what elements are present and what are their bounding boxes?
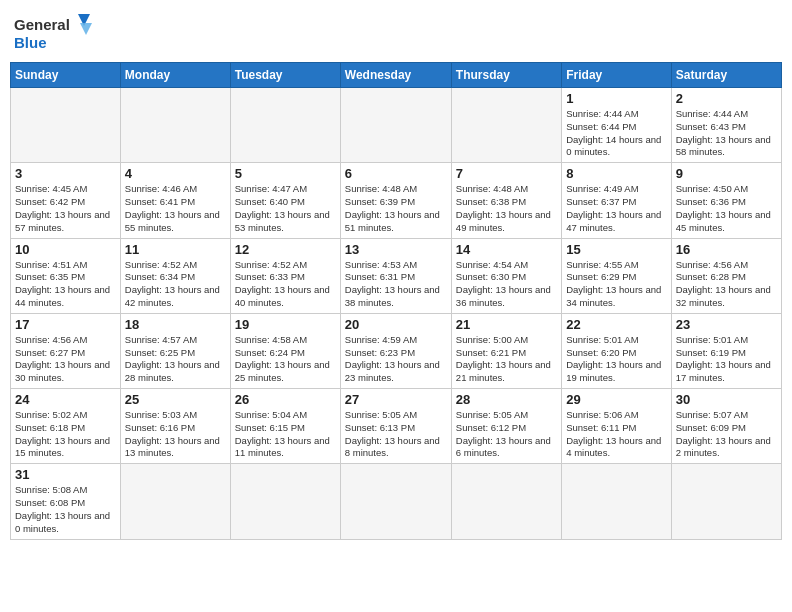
calendar-cell: 11Sunrise: 4:52 AM Sunset: 6:34 PM Dayli… — [120, 238, 230, 313]
day-number: 23 — [676, 317, 777, 332]
calendar-cell: 8Sunrise: 4:49 AM Sunset: 6:37 PM Daylig… — [562, 163, 671, 238]
day-info: Sunrise: 5:01 AM Sunset: 6:19 PM Dayligh… — [676, 334, 777, 385]
calendar-cell: 1Sunrise: 4:44 AM Sunset: 6:44 PM Daylig… — [562, 88, 671, 163]
day-info: Sunrise: 4:54 AM Sunset: 6:30 PM Dayligh… — [456, 259, 557, 310]
calendar-cell: 19Sunrise: 4:58 AM Sunset: 6:24 PM Dayli… — [230, 313, 340, 388]
day-info: Sunrise: 4:44 AM Sunset: 6:44 PM Dayligh… — [566, 108, 666, 159]
calendar-header-saturday: Saturday — [671, 63, 781, 88]
day-number: 7 — [456, 166, 557, 181]
calendar-cell: 24Sunrise: 5:02 AM Sunset: 6:18 PM Dayli… — [11, 389, 121, 464]
day-info: Sunrise: 4:49 AM Sunset: 6:37 PM Dayligh… — [566, 183, 666, 234]
calendar-cell: 7Sunrise: 4:48 AM Sunset: 6:38 PM Daylig… — [451, 163, 561, 238]
day-info: Sunrise: 5:06 AM Sunset: 6:11 PM Dayligh… — [566, 409, 666, 460]
calendar-header-wednesday: Wednesday — [340, 63, 451, 88]
calendar-cell — [340, 88, 451, 163]
page-header: General Blue — [10, 10, 782, 54]
calendar-cell — [11, 88, 121, 163]
day-info: Sunrise: 4:48 AM Sunset: 6:38 PM Dayligh… — [456, 183, 557, 234]
calendar-cell: 27Sunrise: 5:05 AM Sunset: 6:13 PM Dayli… — [340, 389, 451, 464]
day-number: 30 — [676, 392, 777, 407]
day-info: Sunrise: 5:08 AM Sunset: 6:08 PM Dayligh… — [15, 484, 116, 535]
calendar-cell: 26Sunrise: 5:04 AM Sunset: 6:15 PM Dayli… — [230, 389, 340, 464]
day-info: Sunrise: 4:58 AM Sunset: 6:24 PM Dayligh… — [235, 334, 336, 385]
calendar-cell — [451, 88, 561, 163]
day-info: Sunrise: 5:00 AM Sunset: 6:21 PM Dayligh… — [456, 334, 557, 385]
calendar-cell — [451, 464, 561, 539]
calendar-header-monday: Monday — [120, 63, 230, 88]
day-number: 31 — [15, 467, 116, 482]
day-info: Sunrise: 4:52 AM Sunset: 6:34 PM Dayligh… — [125, 259, 226, 310]
calendar-cell: 3Sunrise: 4:45 AM Sunset: 6:42 PM Daylig… — [11, 163, 121, 238]
day-number: 3 — [15, 166, 116, 181]
calendar-week-4: 17Sunrise: 4:56 AM Sunset: 6:27 PM Dayli… — [11, 313, 782, 388]
day-number: 18 — [125, 317, 226, 332]
calendar-cell: 17Sunrise: 4:56 AM Sunset: 6:27 PM Dayli… — [11, 313, 121, 388]
calendar-cell: 15Sunrise: 4:55 AM Sunset: 6:29 PM Dayli… — [562, 238, 671, 313]
day-info: Sunrise: 4:59 AM Sunset: 6:23 PM Dayligh… — [345, 334, 447, 385]
day-info: Sunrise: 4:45 AM Sunset: 6:42 PM Dayligh… — [15, 183, 116, 234]
calendar-cell — [120, 464, 230, 539]
calendar-cell: 25Sunrise: 5:03 AM Sunset: 6:16 PM Dayli… — [120, 389, 230, 464]
calendar-cell: 30Sunrise: 5:07 AM Sunset: 6:09 PM Dayli… — [671, 389, 781, 464]
svg-text:Blue: Blue — [14, 34, 47, 51]
calendar-cell: 6Sunrise: 4:48 AM Sunset: 6:39 PM Daylig… — [340, 163, 451, 238]
calendar-cell — [562, 464, 671, 539]
calendar-cell: 2Sunrise: 4:44 AM Sunset: 6:43 PM Daylig… — [671, 88, 781, 163]
day-info: Sunrise: 4:56 AM Sunset: 6:27 PM Dayligh… — [15, 334, 116, 385]
calendar-cell: 20Sunrise: 4:59 AM Sunset: 6:23 PM Dayli… — [340, 313, 451, 388]
calendar-cell: 10Sunrise: 4:51 AM Sunset: 6:35 PM Dayli… — [11, 238, 121, 313]
day-number: 17 — [15, 317, 116, 332]
day-info: Sunrise: 5:07 AM Sunset: 6:09 PM Dayligh… — [676, 409, 777, 460]
day-info: Sunrise: 4:53 AM Sunset: 6:31 PM Dayligh… — [345, 259, 447, 310]
day-number: 27 — [345, 392, 447, 407]
calendar-cell — [230, 464, 340, 539]
day-info: Sunrise: 5:05 AM Sunset: 6:12 PM Dayligh… — [456, 409, 557, 460]
calendar-header-row: SundayMondayTuesdayWednesdayThursdayFrid… — [11, 63, 782, 88]
day-number: 16 — [676, 242, 777, 257]
day-number: 19 — [235, 317, 336, 332]
calendar-header-thursday: Thursday — [451, 63, 561, 88]
calendar-cell: 12Sunrise: 4:52 AM Sunset: 6:33 PM Dayli… — [230, 238, 340, 313]
calendar-week-6: 31Sunrise: 5:08 AM Sunset: 6:08 PM Dayli… — [11, 464, 782, 539]
day-info: Sunrise: 5:04 AM Sunset: 6:15 PM Dayligh… — [235, 409, 336, 460]
day-info: Sunrise: 4:57 AM Sunset: 6:25 PM Dayligh… — [125, 334, 226, 385]
calendar-cell: 29Sunrise: 5:06 AM Sunset: 6:11 PM Dayli… — [562, 389, 671, 464]
day-info: Sunrise: 4:44 AM Sunset: 6:43 PM Dayligh… — [676, 108, 777, 159]
day-info: Sunrise: 5:02 AM Sunset: 6:18 PM Dayligh… — [15, 409, 116, 460]
day-number: 13 — [345, 242, 447, 257]
calendar-header-friday: Friday — [562, 63, 671, 88]
day-number: 20 — [345, 317, 447, 332]
day-info: Sunrise: 4:47 AM Sunset: 6:40 PM Dayligh… — [235, 183, 336, 234]
day-number: 2 — [676, 91, 777, 106]
calendar-week-3: 10Sunrise: 4:51 AM Sunset: 6:35 PM Dayli… — [11, 238, 782, 313]
calendar-cell — [340, 464, 451, 539]
calendar-cell: 4Sunrise: 4:46 AM Sunset: 6:41 PM Daylig… — [120, 163, 230, 238]
calendar-cell: 23Sunrise: 5:01 AM Sunset: 6:19 PM Dayli… — [671, 313, 781, 388]
calendar-cell: 31Sunrise: 5:08 AM Sunset: 6:08 PM Dayli… — [11, 464, 121, 539]
calendar-cell: 18Sunrise: 4:57 AM Sunset: 6:25 PM Dayli… — [120, 313, 230, 388]
calendar-week-2: 3Sunrise: 4:45 AM Sunset: 6:42 PM Daylig… — [11, 163, 782, 238]
calendar-cell: 5Sunrise: 4:47 AM Sunset: 6:40 PM Daylig… — [230, 163, 340, 238]
calendar-cell: 22Sunrise: 5:01 AM Sunset: 6:20 PM Dayli… — [562, 313, 671, 388]
day-info: Sunrise: 4:52 AM Sunset: 6:33 PM Dayligh… — [235, 259, 336, 310]
day-number: 22 — [566, 317, 666, 332]
day-info: Sunrise: 4:55 AM Sunset: 6:29 PM Dayligh… — [566, 259, 666, 310]
calendar-cell: 21Sunrise: 5:00 AM Sunset: 6:21 PM Dayli… — [451, 313, 561, 388]
day-number: 29 — [566, 392, 666, 407]
calendar-cell — [230, 88, 340, 163]
day-number: 24 — [15, 392, 116, 407]
svg-text:General: General — [14, 16, 70, 33]
day-info: Sunrise: 5:03 AM Sunset: 6:16 PM Dayligh… — [125, 409, 226, 460]
calendar-cell: 9Sunrise: 4:50 AM Sunset: 6:36 PM Daylig… — [671, 163, 781, 238]
day-number: 28 — [456, 392, 557, 407]
day-number: 14 — [456, 242, 557, 257]
day-info: Sunrise: 5:01 AM Sunset: 6:20 PM Dayligh… — [566, 334, 666, 385]
day-info: Sunrise: 4:48 AM Sunset: 6:39 PM Dayligh… — [345, 183, 447, 234]
day-number: 5 — [235, 166, 336, 181]
day-number: 11 — [125, 242, 226, 257]
day-number: 21 — [456, 317, 557, 332]
calendar-table: SundayMondayTuesdayWednesdayThursdayFrid… — [10, 62, 782, 540]
day-number: 6 — [345, 166, 447, 181]
day-number: 26 — [235, 392, 336, 407]
day-info: Sunrise: 4:56 AM Sunset: 6:28 PM Dayligh… — [676, 259, 777, 310]
